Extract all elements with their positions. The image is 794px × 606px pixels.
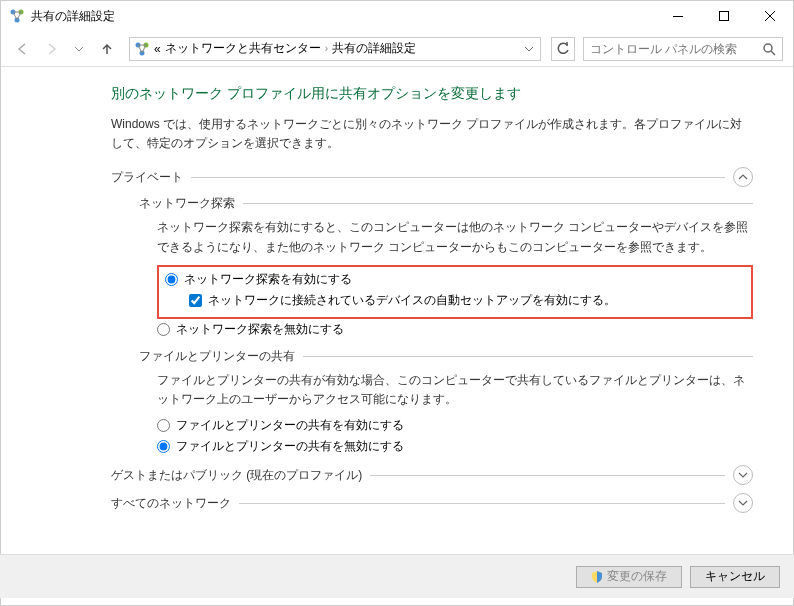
svg-rect-7 bbox=[720, 12, 729, 21]
network-icon bbox=[134, 41, 150, 57]
content-area: 別のネットワーク プロファイル用に共有オプションを変更します Windows で… bbox=[1, 67, 793, 557]
section-private: プライベート ネットワーク探索 ネットワーク探索を有効にすると、このコンピュータ… bbox=[111, 167, 753, 455]
divider bbox=[303, 356, 753, 357]
radio-disable-discovery[interactable]: ネットワーク探索を無効にする bbox=[157, 321, 753, 338]
svg-line-17 bbox=[771, 51, 775, 55]
forward-button[interactable] bbox=[39, 37, 63, 61]
chevron-up-icon bbox=[738, 174, 748, 180]
search-input[interactable] bbox=[590, 42, 762, 56]
maximize-button[interactable] bbox=[701, 1, 747, 31]
page-title: 別のネットワーク プロファイル用に共有オプションを変更します bbox=[111, 85, 753, 103]
recent-dropdown[interactable] bbox=[67, 37, 91, 61]
subsection-label: ファイルとプリンターの共有 bbox=[139, 348, 295, 365]
expand-button[interactable] bbox=[733, 493, 753, 513]
radio-disable-sharing[interactable]: ファイルとプリンターの共有を無効にする bbox=[157, 438, 753, 455]
close-icon bbox=[765, 11, 775, 21]
radio-input[interactable] bbox=[165, 273, 178, 286]
svg-point-16 bbox=[764, 44, 772, 52]
search-icon bbox=[762, 42, 776, 56]
divider bbox=[370, 475, 725, 476]
radio-input[interactable] bbox=[157, 419, 170, 432]
minimize-button[interactable] bbox=[655, 1, 701, 31]
save-label: 変更の保存 bbox=[607, 568, 667, 585]
section-label: ゲストまたはパブリック (現在のプロファイル) bbox=[111, 467, 362, 484]
subsection-description: ネットワーク探索を有効にすると、このコンピューターは他のネットワーク コンピュー… bbox=[157, 218, 753, 256]
footer: 変更の保存 キャンセル bbox=[0, 554, 794, 598]
refresh-button[interactable] bbox=[551, 37, 575, 61]
chevron-down-icon bbox=[522, 42, 536, 56]
section-guest-public: ゲストまたはパブリック (現在のプロファイル) bbox=[111, 465, 753, 485]
radio-label: ネットワーク探索を無効にする bbox=[176, 321, 344, 338]
expand-button[interactable] bbox=[733, 465, 753, 485]
refresh-icon bbox=[556, 42, 570, 56]
chevron-down-icon bbox=[738, 472, 748, 478]
radio-label: ファイルとプリンターの共有を有効にする bbox=[176, 417, 404, 434]
shield-icon bbox=[591, 571, 603, 583]
checkbox-input[interactable] bbox=[189, 294, 202, 307]
arrow-left-icon bbox=[16, 42, 30, 56]
chevron-down-icon bbox=[74, 46, 84, 52]
chevron-down-icon bbox=[738, 500, 748, 506]
minimize-icon bbox=[673, 16, 683, 17]
window-title: 共有の詳細設定 bbox=[31, 8, 655, 25]
save-button[interactable]: 変更の保存 bbox=[576, 566, 682, 588]
subsection-label: ネットワーク探索 bbox=[139, 195, 235, 212]
divider bbox=[243, 203, 753, 204]
maximize-icon bbox=[719, 11, 729, 21]
radio-group-network-discovery: ネットワーク探索を有効にする ネットワークに接続されているデバイスの自動セットア… bbox=[157, 265, 753, 338]
breadcrumb-dropdown[interactable] bbox=[522, 42, 536, 56]
breadcrumb-item[interactable]: ネットワークと共有センター bbox=[165, 40, 321, 57]
subsection-description: ファイルとプリンターの共有が有効な場合、このコンピューターで共有しているファイル… bbox=[157, 371, 753, 409]
subsection-file-printer: ファイルとプリンターの共有 ファイルとプリンターの共有が有効な場合、このコンピュ… bbox=[139, 348, 753, 455]
back-button[interactable] bbox=[11, 37, 35, 61]
subsection-network-discovery: ネットワーク探索 ネットワーク探索を有効にすると、このコンピューターは他のネット… bbox=[139, 195, 753, 337]
close-button[interactable] bbox=[747, 1, 793, 31]
breadcrumb[interactable]: « ネットワークと共有センター › 共有の詳細設定 bbox=[129, 37, 541, 61]
divider bbox=[191, 177, 725, 178]
arrow-right-icon bbox=[44, 42, 58, 56]
radio-label: ネットワーク探索を有効にする bbox=[184, 271, 352, 288]
svg-rect-6 bbox=[673, 16, 683, 17]
section-label: プライベート bbox=[111, 169, 183, 186]
arrow-up-icon bbox=[100, 42, 114, 56]
checkbox-auto-setup[interactable]: ネットワークに接続されているデバイスの自動セットアップを有効にする。 bbox=[189, 292, 745, 309]
section-label: すべてのネットワーク bbox=[111, 495, 231, 512]
search-box[interactable] bbox=[583, 37, 783, 61]
breadcrumb-item[interactable]: 共有の詳細設定 bbox=[332, 40, 416, 57]
cancel-label: キャンセル bbox=[705, 568, 765, 585]
radio-input[interactable] bbox=[157, 440, 170, 453]
up-button[interactable] bbox=[95, 37, 119, 61]
divider bbox=[239, 503, 725, 504]
titlebar: 共有の詳細設定 bbox=[1, 1, 793, 31]
network-icon bbox=[9, 8, 25, 24]
page-description: Windows では、使用するネットワークごとに別々のネットワーク プロファイル… bbox=[111, 115, 753, 153]
radio-enable-discovery[interactable]: ネットワーク探索を有効にする bbox=[165, 271, 745, 288]
breadcrumb-separator: › bbox=[325, 43, 328, 54]
radio-enable-sharing[interactable]: ファイルとプリンターの共有を有効にする bbox=[157, 417, 753, 434]
radio-group-file-printer: ファイルとプリンターの共有を有効にする ファイルとプリンターの共有を無効にする bbox=[157, 417, 753, 455]
checkbox-label: ネットワークに接続されているデバイスの自動セットアップを有効にする。 bbox=[208, 292, 616, 309]
radio-label: ファイルとプリンターの共有を無効にする bbox=[176, 438, 404, 455]
window-controls bbox=[655, 1, 793, 31]
highlight-box: ネットワーク探索を有効にする ネットワークに接続されているデバイスの自動セットア… bbox=[157, 265, 753, 319]
radio-input[interactable] bbox=[157, 323, 170, 336]
cancel-button[interactable]: キャンセル bbox=[690, 566, 780, 588]
breadcrumb-prefix: « bbox=[154, 42, 161, 56]
collapse-button[interactable] bbox=[733, 167, 753, 187]
nav-bar: « ネットワークと共有センター › 共有の詳細設定 bbox=[1, 31, 793, 67]
section-all-networks: すべてのネットワーク bbox=[111, 493, 753, 513]
